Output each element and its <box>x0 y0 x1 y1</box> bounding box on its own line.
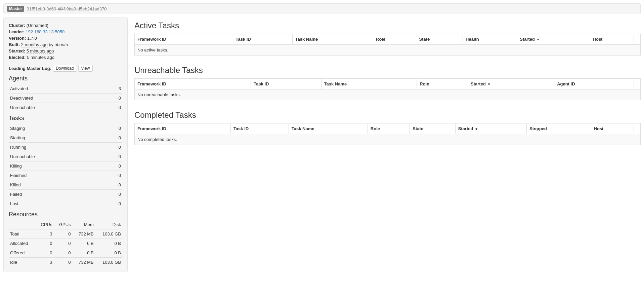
unreachable-empty-msg: No unreachable tasks. <box>135 89 641 100</box>
tasks-row: Failed0 <box>9 190 122 199</box>
column-header[interactable]: Role <box>368 123 410 134</box>
column-header[interactable]: Started ▼ <box>517 34 590 45</box>
column-header[interactable]: Host <box>590 34 634 45</box>
tasks-row-value: 0 <box>104 171 122 180</box>
tasks-row: Starting0 <box>9 133 122 143</box>
cluster-row: Cluster: (Unnamed) <box>9 23 122 28</box>
active-tasks-title: Active Tasks <box>134 21 641 30</box>
tasks-row-value: 0 <box>104 190 122 199</box>
column-header[interactable]: Role <box>373 34 416 45</box>
main-container: Cluster: (Unnamed) Leader: 192.168.33.13… <box>0 17 644 279</box>
view-button[interactable]: View <box>78 65 93 72</box>
resources-mem: 732 MB <box>72 258 95 267</box>
completed-tasks-table: Framework IDTask IDTask NameRoleStateSta… <box>134 123 641 145</box>
elected-value: 5 minutes ago <box>27 55 54 60</box>
agents-row: Unreachable0 <box>9 103 122 112</box>
sort-indicator-icon: ▼ <box>486 82 491 86</box>
column-header[interactable]: Task Name <box>289 123 368 134</box>
column-header[interactable]: Started ▼ <box>455 123 526 134</box>
tasks-row: Killing0 <box>9 161 122 171</box>
column-header[interactable]: Started ▼ <box>468 79 554 89</box>
top-bar: Master 31f51eb3-3d60-4f4f-9ba9-d5eb241ad… <box>3 3 641 14</box>
tasks-table: Staging0Starting0Running0Unreachable0Kil… <box>9 124 122 208</box>
tasks-row-label: Unreachable <box>9 152 104 161</box>
version-row: Version: 1.7.0 <box>9 36 122 41</box>
tasks-row: Killed0 <box>9 180 122 190</box>
tasks-row: Running0 <box>9 143 122 152</box>
cluster-info: Cluster: (Unnamed) Leader: 192.168.33.13… <box>9 23 122 60</box>
tasks-row-label: Finished <box>9 171 104 180</box>
column-header[interactable]: Framework ID <box>135 123 231 134</box>
resources-gpus: 0 <box>54 229 72 239</box>
built-user: ubuntu <box>55 42 68 47</box>
action-column <box>634 79 641 89</box>
tasks-title: Tasks <box>9 115 122 122</box>
download-button[interactable]: Download <box>53 65 77 72</box>
column-header[interactable]: Task ID <box>230 123 289 134</box>
agents-row-value: 0 <box>104 94 122 103</box>
built-row: Built: 2 months ago by ubuntu <box>9 42 122 47</box>
leader-row: Leader: 192.168.33.13:5050 <box>9 29 122 34</box>
completed-tasks-title: Completed Tasks <box>134 110 641 120</box>
column-header[interactable]: Task Name <box>292 34 373 45</box>
tasks-row: Staging0 <box>9 124 122 133</box>
resources-disk: 0 B <box>95 248 122 258</box>
resources-row: Total30732 MB103.0 GB <box>9 229 122 239</box>
column-header[interactable]: Agent ID <box>554 79 634 89</box>
unreachable-tasks-title: Unreachable Tasks <box>134 66 641 75</box>
cluster-value: (Unnamed) <box>27 23 48 28</box>
completed-empty-msg: No completed tasks. <box>135 134 641 145</box>
tasks-row-label: Running <box>9 143 104 152</box>
resources-row: Allocated000 B0 B <box>9 239 122 248</box>
action-column <box>634 123 641 134</box>
column-header[interactable]: Stopped <box>527 123 591 134</box>
column-header[interactable]: Health <box>463 34 517 45</box>
resources-disk: 103.0 GB <box>95 258 122 267</box>
log-label: Leading Master Log: <box>9 66 51 71</box>
sort-indicator-icon: ▼ <box>535 38 540 41</box>
leader-label: Leader: <box>9 29 25 34</box>
started-row: Started: 5 minutes ago <box>9 48 122 53</box>
cluster-label: Cluster: <box>9 23 25 28</box>
column-header[interactable]: Host <box>591 123 634 134</box>
resources-header: Disk <box>95 220 122 229</box>
column-header[interactable]: State <box>416 34 463 45</box>
tasks-row-value: 0 <box>104 161 122 171</box>
leader-link[interactable]: 192.168.33.13:5050 <box>26 29 65 34</box>
master-id: 31f51eb3-3d60-4f4f-9ba9-d5eb241ad370 <box>27 6 107 11</box>
resources-cpus: 0 <box>35 248 53 258</box>
resources-gpus: 0 <box>54 248 72 258</box>
tasks-row-value: 0 <box>104 152 122 161</box>
column-header[interactable]: Framework ID <box>135 34 233 45</box>
tasks-row: Unreachable0 <box>9 152 122 161</box>
resources-header: Mem <box>72 220 95 229</box>
resources-row-label: Allocated <box>9 239 35 248</box>
column-header[interactable]: Task ID <box>251 79 321 89</box>
agents-table: Activated3Deactivated0Unreachable0 <box>9 84 122 112</box>
resources-row-label: Total <box>9 229 35 239</box>
column-header[interactable]: Task Name <box>321 79 417 89</box>
tasks-row-value: 0 <box>104 199 122 209</box>
tasks-row-label: Staging <box>9 124 104 133</box>
resources-disk: 0 B <box>95 239 122 248</box>
agents-row-value: 0 <box>104 103 122 112</box>
column-header[interactable]: Role <box>417 79 468 89</box>
column-header[interactable]: Task ID <box>233 34 292 45</box>
resources-disk: 103.0 GB <box>95 229 122 239</box>
agents-row: Deactivated0 <box>9 94 122 103</box>
column-header[interactable]: State <box>410 123 455 134</box>
started-label: Started: <box>9 48 25 53</box>
tasks-row-label: Failed <box>9 190 104 199</box>
action-column <box>634 34 641 45</box>
resources-row: Offered000 B0 B <box>9 248 122 258</box>
resources-mem: 0 B <box>72 239 95 248</box>
resources-header: GPUs <box>54 220 72 229</box>
resources-header <box>9 220 35 229</box>
resources-header: CPUs <box>35 220 53 229</box>
elected-row: Elected: 5 minutes ago <box>9 55 122 60</box>
column-header[interactable]: Framework ID <box>135 79 251 89</box>
version-label: Version: <box>9 36 26 41</box>
agents-row-value: 3 <box>104 84 122 94</box>
version-value: 1.7.0 <box>27 36 37 41</box>
resources-gpus: 0 <box>54 258 72 267</box>
